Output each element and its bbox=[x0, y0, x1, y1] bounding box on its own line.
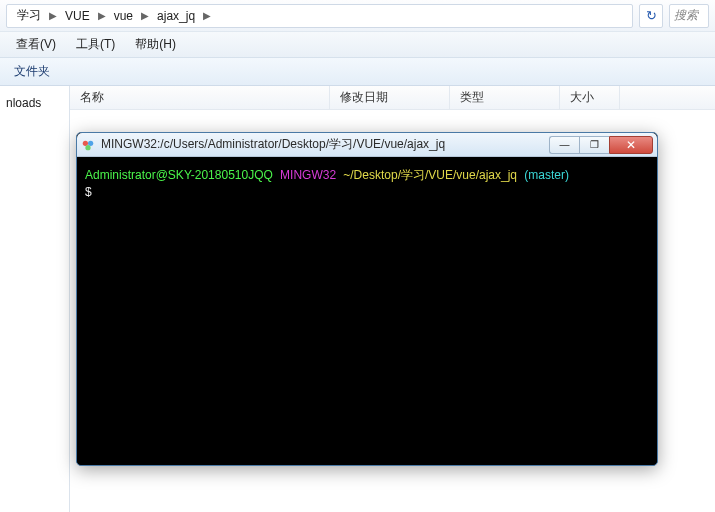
terminal-app-icon bbox=[81, 138, 95, 152]
menu-help[interactable]: 帮助(H) bbox=[125, 33, 186, 56]
column-name[interactable]: 名称 bbox=[70, 86, 330, 109]
toolbar: 文件夹 bbox=[0, 58, 715, 86]
svg-point-0 bbox=[83, 140, 88, 145]
nav-item[interactable]: nloads bbox=[4, 92, 65, 114]
address-bar: 学习 ▶ VUE ▶ vue ▶ ajax_jq ▶ ↻ 搜索 bbox=[0, 0, 715, 32]
menu-bar: 查看(V) 工具(T) 帮助(H) bbox=[0, 32, 715, 58]
column-headers: 名称 修改日期 类型 大小 bbox=[70, 86, 715, 110]
prompt-path: ~/Desktop/学习/VUE/vue/ajax_jq bbox=[343, 168, 517, 182]
chevron-right-icon[interactable]: ▶ bbox=[47, 10, 59, 21]
minimize-button[interactable]: — bbox=[549, 136, 579, 154]
prompt-symbol: $ bbox=[85, 185, 92, 199]
breadcrumb-item[interactable]: ajax_jq bbox=[151, 5, 201, 27]
refresh-icon: ↻ bbox=[646, 8, 657, 23]
svg-point-2 bbox=[85, 145, 90, 150]
toolbar-folder-label[interactable]: 文件夹 bbox=[6, 60, 58, 83]
chevron-right-icon[interactable]: ▶ bbox=[201, 10, 213, 21]
menu-view[interactable]: 查看(V) bbox=[6, 33, 66, 56]
column-modified[interactable]: 修改日期 bbox=[330, 86, 450, 109]
breadcrumb[interactable]: 学习 ▶ VUE ▶ vue ▶ ajax_jq ▶ bbox=[6, 4, 633, 28]
breadcrumb-item[interactable]: 学习 bbox=[11, 5, 47, 27]
breadcrumb-item[interactable]: vue bbox=[108, 5, 139, 27]
terminal-window: MINGW32:/c/Users/Administrator/Desktop/学… bbox=[76, 132, 658, 466]
chevron-right-icon[interactable]: ▶ bbox=[139, 10, 151, 21]
terminal-titlebar[interactable]: MINGW32:/c/Users/Administrator/Desktop/学… bbox=[77, 133, 657, 157]
search-placeholder: 搜索 bbox=[674, 7, 698, 24]
prompt-shell: MINGW32 bbox=[280, 168, 336, 182]
close-button[interactable]: ✕ bbox=[609, 136, 653, 154]
breadcrumb-item[interactable]: VUE bbox=[59, 5, 96, 27]
column-type[interactable]: 类型 bbox=[450, 86, 560, 109]
column-size[interactable]: 大小 bbox=[560, 86, 620, 109]
terminal-body[interactable]: Administrator@SKY-20180510JQQ MINGW32 ~/… bbox=[77, 157, 657, 465]
prompt-user-host: Administrator@SKY-20180510JQQ bbox=[85, 168, 273, 182]
refresh-button[interactable]: ↻ bbox=[639, 4, 663, 28]
svg-point-1 bbox=[88, 140, 93, 145]
nav-panel: nloads bbox=[0, 86, 70, 512]
maximize-button[interactable]: ❐ bbox=[579, 136, 609, 154]
search-input[interactable]: 搜索 bbox=[669, 4, 709, 28]
menu-tools[interactable]: 工具(T) bbox=[66, 33, 125, 56]
chevron-right-icon[interactable]: ▶ bbox=[96, 10, 108, 21]
window-buttons: — ❐ ✕ bbox=[549, 136, 653, 154]
terminal-title: MINGW32:/c/Users/Administrator/Desktop/学… bbox=[101, 136, 549, 153]
prompt-branch: (master) bbox=[524, 168, 569, 182]
